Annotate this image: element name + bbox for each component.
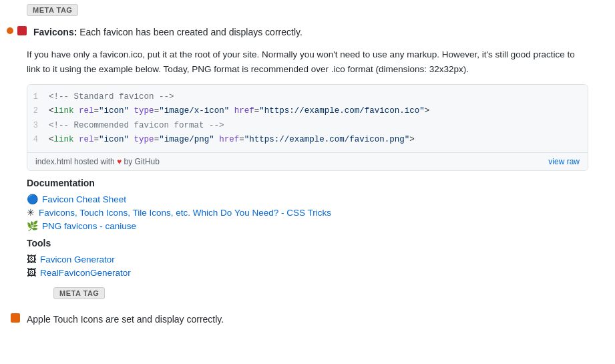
favicons-description: If you have only a favicon.ico, put it a… — [27, 47, 588, 76]
code-line-3: 3 <!-- Recommended favicon format --> — [27, 119, 588, 133]
doc-item-3: 🌿 PNG favicons - caniuse — [27, 219, 588, 232]
doc-link-3[interactable]: PNG favicons - caniuse — [42, 221, 136, 231]
doc-icon-1: 🔵 — [27, 194, 38, 204]
code-line-4: 4 <link rel="icon" type="image/png" href… — [27, 133, 588, 147]
tool-item-2: 🖼 RealFaviconGenerator — [27, 266, 588, 279]
tool-link-1[interactable]: Favicon Generator — [40, 254, 115, 264]
doc-icon-2: ✳ — [27, 207, 35, 218]
next-bullet-square — [11, 313, 20, 323]
meta-tag-bottom: META TAG — [27, 283, 615, 303]
code-container: 1 <!-- Standard favicon --> 2 <link rel=… — [27, 84, 588, 171]
section-title: Favicons: — [33, 27, 77, 37]
page-container: META TAG Favicons: Each favicon has been… — [0, 0, 615, 364]
doc-icon-3: 🌿 — [27, 220, 38, 231]
favicons-section-header: Favicons: Each favicon has been created … — [0, 20, 615, 42]
tools-heading: Tools — [27, 238, 588, 248]
bullet-square-red — [17, 26, 27, 35]
code-footer: index.html hosted with ♥ by GitHub view … — [27, 152, 588, 170]
tool-item-1: 🖼 Favicon Generator — [27, 252, 588, 266]
view-raw-link[interactable]: view raw — [548, 157, 580, 166]
heart-icon: ♥ — [117, 157, 124, 166]
section-description-inline: Each favicon has been created and displa… — [79, 27, 302, 37]
code-line-2: 2 <link rel="icon" type="image/x-icon" h… — [27, 104, 588, 118]
next-section-row: Apple Touch Icons are set and display co… — [0, 307, 615, 329]
code-footer-left: index.html hosted with ♥ by GitHub — [35, 157, 160, 166]
tools-list: 🖼 Favicon Generator 🖼 RealFaviconGenerat… — [27, 252, 588, 279]
documentation-heading: Documentation — [27, 178, 588, 188]
meta-tag-top: META TAG — [0, 0, 615, 20]
next-section-heading: Apple Touch Icons are set and display co… — [27, 313, 224, 327]
section-heading: Favicons: Each favicon has been created … — [33, 25, 302, 39]
tool-link-2[interactable]: RealFaviconGenerator — [40, 268, 131, 278]
tool-icon-1: 🖼 — [27, 254, 36, 264]
bullet-dot-orange — [7, 27, 13, 34]
doc-item-1: 🔵 Favicon Cheat Sheet — [27, 192, 588, 206]
doc-item-2: ✳ Favicons, Touch Icons, Tile Icons, etc… — [27, 206, 588, 219]
documentation-section: Documentation 🔵 Favicon Cheat Sheet ✳ Fa… — [27, 178, 588, 232]
documentation-list: 🔵 Favicon Cheat Sheet ✳ Favicons, Touch … — [27, 192, 588, 232]
tools-section: Tools 🖼 Favicon Generator 🖼 RealFaviconG… — [27, 238, 588, 279]
code-block: 1 <!-- Standard favicon --> 2 <link rel=… — [27, 85, 588, 152]
doc-link-1[interactable]: Favicon Cheat Sheet — [42, 194, 126, 204]
doc-link-2[interactable]: Favicons, Touch Icons, Tile Icons, etc. … — [39, 208, 331, 218]
tool-icon-2: 🖼 — [27, 267, 36, 278]
code-line-1: 1 <!-- Standard favicon --> — [27, 90, 588, 104]
